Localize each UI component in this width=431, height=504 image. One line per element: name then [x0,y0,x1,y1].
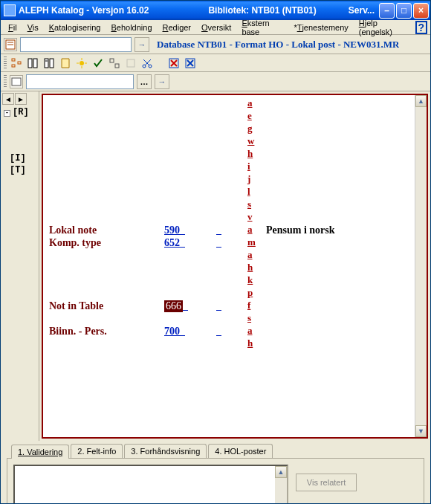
workspace: ◄ ► -[R] [I] [T] aegwhijlsvamahkpfsah Lo… [1,91,430,441]
bottom-panel: ▲ ▼ Vis relatert [7,458,424,504]
svg-rect-9 [50,59,54,68]
output-scroll-up[interactable]: ▲ [275,466,287,478]
script-icon[interactable] [59,56,72,70]
tab-forhandsvisning[interactable]: 3. Forhåndsvisning [124,444,207,458]
minimize-button[interactable]: – [379,3,395,19]
field-indicator[interactable] [216,237,246,249]
record-row[interactable]: Biinn. - Pers.700 [49,326,410,337]
title-server: Serv... [349,5,375,16]
field-tag[interactable]: 652 [164,237,216,249]
subfield-letter-link[interactable]: s [247,311,256,324]
icon-toolbar [1,54,430,72]
subfield-letter-link[interactable]: v [247,210,256,223]
x-red-icon[interactable] [167,56,181,70]
subfield-letter-link[interactable]: h [247,261,256,274]
tree-item-t[interactable]: [T] [10,165,37,175]
subfield-letter-link[interactable]: e [247,109,256,122]
subfield-letter-link[interactable]: k [247,274,256,286]
record-row[interactable]: Not in Table666 [49,300,410,312]
maximize-button[interactable]: □ [396,3,412,19]
field-label: Biinn. - Pers. [49,326,164,337]
book-icon[interactable] [4,38,17,51]
check-icon[interactable] [91,56,105,70]
field-indicator[interactable] [216,224,246,236]
subfield-letter-link[interactable]: i [247,160,256,172]
browse-button[interactable]: … [137,74,152,89]
tree-item-r[interactable]: -[R] [4,107,37,117]
boxes-icon[interactable] [108,56,121,70]
validation-output[interactable]: ▲ ▼ [13,465,288,504]
catalog1-icon[interactable] [26,56,39,70]
close-button[interactable]: × [413,3,429,19]
menu-fil[interactable]: Fil [4,22,22,33]
disabled-icon [124,56,137,70]
menu-katalogisering[interactable]: Katalogisering [45,22,106,33]
x-blue-icon[interactable] [184,56,197,70]
search-input[interactable] [20,37,132,52]
search-go-button[interactable]: → [135,37,149,52]
subfield-letter-link[interactable]: w [247,135,256,147]
scissors-icon[interactable] [140,56,154,70]
subfield-letter-link[interactable]: j [247,172,256,185]
subfield-letter-link[interactable]: l [247,185,256,198]
menu-hjelp[interactable]: Hjelp (engelsk) [354,17,411,38]
menu-beholdning[interactable]: Beholdning [106,22,156,33]
help-icon[interactable]: ? [415,21,427,34]
output-scrollbar[interactable]: ▲ ▼ [275,466,287,504]
subfield-letter-link[interactable]: a [247,248,256,261]
field-tag[interactable]: 666 [164,300,216,312]
app-icon [4,4,16,16]
search-toolbar: → Database NTB01 - Format HO - Lokal pos… [1,35,430,54]
field-indicator[interactable] [216,326,246,337]
scroll-up-icon[interactable]: ▲ [415,95,427,107]
subfield-letter-link[interactable]: a [247,97,256,109]
toolbar-grip-2 [4,75,7,88]
tab-hol-poster[interactable]: 4. HOL-poster [208,444,273,458]
catalog2-icon[interactable] [42,56,56,70]
menu-vis[interactable]: Vis [23,22,43,33]
tree-item-i[interactable]: [I] [10,153,37,164]
secondary-go-button[interactable]: → [155,74,169,89]
hierarchy-icon[interactable] [10,56,23,70]
svg-rect-25 [12,78,21,85]
subfield-letter-link[interactable]: g [247,122,256,135]
tree-pane: ◄ ► -[R] [I] [T] [1,91,39,441]
input-toolbar: … → [1,72,430,91]
svg-rect-16 [110,59,114,62]
menu-tjenestemeny[interactable]: *Tjenestemeny [289,22,352,33]
menu-ekstern[interactable]: Ekstern base [237,17,288,38]
subfield-letter-link[interactable]: s [247,198,256,210]
svg-rect-8 [45,59,48,68]
subfield-letter-link[interactable]: p [247,286,256,299]
menu-rediger[interactable]: Rediger [158,22,196,33]
field-indicator[interactable] [216,300,246,312]
svg-rect-17 [115,64,119,68]
card-icon[interactable] [10,75,23,88]
subfield-letter-link[interactable]: h [247,147,256,160]
scroll-down-icon[interactable]: ▼ [415,425,427,437]
tree-prev-button[interactable]: ◄ [2,93,14,105]
field-tag[interactable]: 590 [164,224,216,236]
svg-rect-4 [12,65,15,67]
title-app: ALEPH Katalog - Versjon 16.02 [19,5,149,16]
sun-icon[interactable] [75,56,88,70]
vertical-scrollbar[interactable]: ▲ ▼ [415,95,427,437]
subfield-letter-link[interactable]: h [247,337,256,349]
svg-point-11 [80,61,84,65]
field-tag[interactable]: 700 [164,326,216,337]
menubar: Fil Vis Katalogisering Beholdning Redige… [1,20,430,35]
menu-oversikt[interactable]: Oversikt [197,22,236,33]
field-value-row: Pensum i norsk [266,224,410,236]
tree-next-button[interactable]: ► [15,93,27,105]
svg-rect-5 [18,62,21,64]
toolbar-grip [4,56,7,70]
vis-relatert-button[interactable]: Vis relatert [296,474,357,491]
secondary-input[interactable] [26,74,134,89]
svg-rect-3 [12,59,15,61]
field-label: Komp. type [49,237,164,249]
tab-felt-info[interactable]: 2. Felt-info [71,444,123,458]
tab-validering[interactable]: 1. Validering [11,445,69,459]
database-label: Database NTB01 - Format HO - Lokal post … [157,39,399,51]
record-row[interactable]: Komp. type652 [49,237,410,249]
title-library: Bibliotek: NTB01 (NTB01) [208,5,316,16]
